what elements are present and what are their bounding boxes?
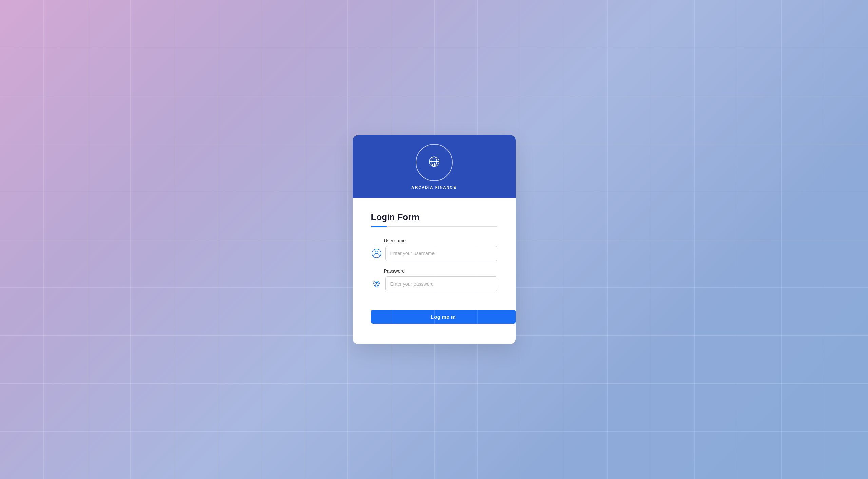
fingerprint-icon — [371, 279, 382, 289]
card-body: Login Form Username — [353, 201, 516, 299]
login-button[interactable]: Log me in — [371, 310, 516, 324]
logo-section: ARCADIA FINANCE — [353, 135, 516, 198]
password-field-row — [371, 276, 497, 291]
svg-rect-6 — [434, 162, 435, 166]
username-field-group: Username — [371, 238, 497, 261]
svg-rect-7 — [435, 163, 436, 166]
password-field-group: Password — [371, 268, 497, 291]
password-icon-svg — [372, 279, 381, 289]
arcadia-logo-icon — [427, 155, 442, 170]
form-fields: Username Password — [371, 238, 497, 299]
form-title-section: Login Form — [371, 212, 497, 227]
logo-circle — [416, 144, 453, 181]
user-icon — [371, 248, 382, 259]
brand-name: ARCADIA FINANCE — [411, 185, 456, 189]
login-card: ARCADIA FINANCE Login Form Username — [353, 135, 516, 344]
password-label: Password — [384, 268, 497, 274]
logo-icon — [427, 155, 442, 170]
username-icon-svg — [372, 249, 381, 258]
username-label: Username — [384, 238, 497, 243]
password-input[interactable] — [385, 276, 497, 291]
username-input[interactable] — [385, 246, 497, 261]
title-underline — [371, 226, 497, 227]
svg-rect-5 — [432, 164, 433, 166]
username-field-row — [371, 246, 497, 261]
title-underline-gray — [387, 226, 497, 227]
form-title: Login Form — [371, 212, 497, 223]
title-underline-blue — [371, 226, 387, 227]
